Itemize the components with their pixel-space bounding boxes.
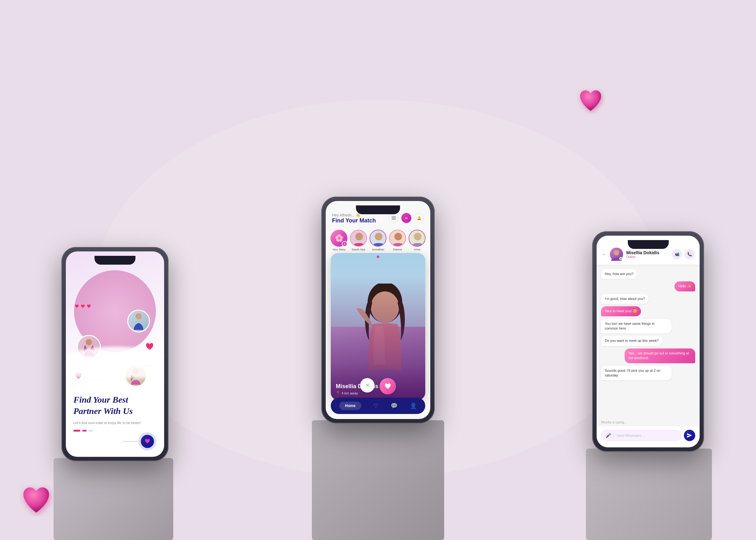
video-call-button[interactable]: 📹 <box>672 249 682 259</box>
center-notch <box>356 205 400 214</box>
svg-point-13 <box>414 233 422 240</box>
phone-center: Hey Alfredo... 👋 Find Your Match ∞ <box>321 197 435 423</box>
pedestal-right <box>586 449 712 540</box>
left-phone-screen: Find Your Best Partner With Us Let's fin… <box>66 251 164 457</box>
center-header-icons: ∞ 🔔 <box>389 213 424 223</box>
story-jomathan-label: Jomathan <box>372 248 384 251</box>
svg-point-9 <box>375 233 382 240</box>
location-icon: 📍 <box>336 391 340 395</box>
voice-call-button[interactable]: 📞 <box>685 249 694 259</box>
story-your[interactable]: 🌸 + Your Story <box>331 230 347 251</box>
left-dots <box>73 430 157 432</box>
big-heart-right <box>576 88 605 121</box>
svg-rect-5 <box>392 219 396 219</box>
svg-point-1 <box>86 339 92 345</box>
nav-heart-btn[interactable]: ♡ <box>373 402 378 409</box>
input-divider <box>614 433 614 438</box>
phone-right: ← <box>592 231 704 452</box>
svg-point-7 <box>355 233 363 240</box>
svg-point-0 <box>135 313 142 320</box>
bottom-tracker <box>123 435 154 448</box>
card-actions: ✕ <box>360 378 396 394</box>
chat-name-area: Misellia Dokidis Online <box>626 250 669 259</box>
story-anne-label: Anne <box>414 248 420 251</box>
svg-rect-3 <box>392 216 396 217</box>
infinity-icon-btn[interactable]: ∞ <box>401 213 411 223</box>
message-input-placeholder: Send Messages... <box>616 434 677 437</box>
story-dianne-label: Dianne <box>393 248 402 251</box>
left-notch <box>94 256 135 265</box>
dislike-button[interactable]: ✕ <box>360 378 375 393</box>
bottom-nav: Home ♡ 💬 👤 <box>331 398 425 414</box>
svg-point-11 <box>394 233 402 240</box>
right-notch <box>628 240 669 249</box>
chat-contact-avatar <box>610 248 623 261</box>
chat-contact-name: Misellia Dokidis <box>626 250 669 255</box>
big-heart-left <box>19 484 54 524</box>
phone-left: Find Your Best Partner With Us Let's fin… <box>62 247 169 461</box>
nav-home-btn[interactable]: Home <box>339 402 361 410</box>
dot-active <box>73 430 80 432</box>
like-button[interactable] <box>380 378 396 394</box>
story-jomathan-avatar <box>369 230 387 247</box>
left-phone-title: Find Your Best Partner With Us <box>73 394 157 417</box>
story-jomathan[interactable]: Jomathan <box>370 230 386 251</box>
svg-point-17 <box>614 250 619 255</box>
left-content: Find Your Best Partner With Us Let's fin… <box>66 251 164 457</box>
your-story-label: Your Story <box>332 248 345 251</box>
back-button[interactable]: ← <box>602 251 607 257</box>
tracker-circle[interactable] <box>141 435 154 448</box>
nav-chat-btn[interactable]: 💬 <box>391 402 398 409</box>
chat-contact-status: Online <box>626 255 669 259</box>
story-dianne[interactable]: Dianne <box>389 230 406 251</box>
pedestal-left <box>54 458 173 540</box>
story-sarah-label: Sarah Alya <box>351 248 365 251</box>
story-anne[interactable]: Anne <box>409 230 425 251</box>
msg-8: Sounds good. I'll pick you up at 2 on sa… <box>601 366 672 381</box>
left-text-area: Find Your Best Partner With Us Let's fin… <box>73 394 157 432</box>
left-phone-subtitle: Let's find soul mate to enjoy life to be… <box>73 420 157 426</box>
msg-3: I'm good, How about you? <box>601 294 649 304</box>
bell-icon-btn[interactable]: 🔔 <box>414 213 424 223</box>
send-button[interactable] <box>684 430 695 441</box>
msg-7: Yes... we should go out or something at … <box>625 348 695 363</box>
story-dianne-avatar <box>389 230 406 247</box>
center-content: Hey Alfredo... 👋 Find Your Match ∞ <box>326 201 430 419</box>
scene: Find Your Best Partner With Us Let's fin… <box>0 0 756 540</box>
svg-rect-4 <box>392 218 396 218</box>
card-progress-dot <box>377 255 379 258</box>
msg-1: Hey, how are you? <box>601 269 637 279</box>
love-indicator <box>75 304 91 308</box>
story-anne-avatar <box>409 230 426 247</box>
stories-row: 🌸 + Your Story <box>326 227 430 254</box>
dot-3 <box>88 430 93 432</box>
right-content: ← <box>597 236 699 447</box>
menu-icon-btn[interactable] <box>389 213 399 223</box>
chat-header-buttons: 📹 📞 <box>672 249 694 259</box>
chat-input-area: 🎤 Send Messages... <box>597 427 699 447</box>
online-indicator <box>619 257 622 260</box>
tracker-line <box>123 441 138 442</box>
nav-profile-btn[interactable]: 👤 <box>410 402 417 409</box>
dot-2 <box>82 430 87 432</box>
mic-icon[interactable]: 🎤 <box>606 433 611 438</box>
msg-6: Do you want to meet up this week? <box>601 336 663 345</box>
avatar-guy <box>127 310 150 333</box>
your-story-avatar: 🌸 + <box>330 230 347 247</box>
typing-indicator: Misellia is typing... <box>597 421 699 427</box>
story-sarah[interactable]: Sarah Alya <box>350 230 367 251</box>
story-sarah-avatar <box>350 230 367 247</box>
msg-2: Hello ✨ <box>675 281 695 291</box>
messages-area[interactable]: Hey, how are you? Hello ✨ I'm good, How … <box>597 265 699 421</box>
msg-5: You too! we have same things in common h… <box>601 319 672 334</box>
message-input-wrapper[interactable]: 🎤 Send Messages... <box>601 430 681 441</box>
pedestal-center <box>312 420 444 540</box>
right-phone-screen: ← <box>597 236 699 447</box>
msg-4: Nice to meet you! 😊 <box>601 306 641 316</box>
cloud-wave <box>66 346 164 378</box>
center-phone-screen: Hey Alfredo... 👋 Find Your Match ∞ <box>326 201 430 419</box>
